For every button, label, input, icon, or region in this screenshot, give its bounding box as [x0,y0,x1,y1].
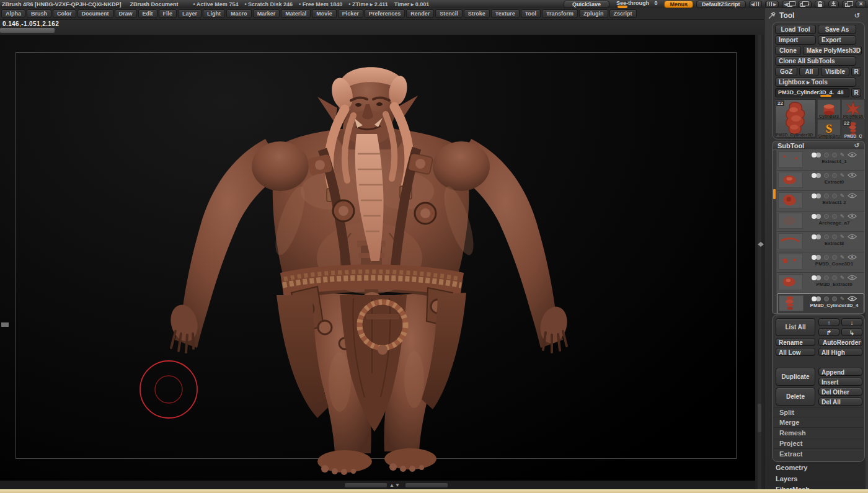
menu-item-picker[interactable]: Picker [338,9,363,18]
active-tool-thumbnail[interactable]: 22 PM3D_Cylinder3D_ [775,99,816,138]
subtool-row[interactable]: ✎ Extract8 [777,232,864,252]
subtool-scroll-indicator[interactable] [773,189,776,199]
autoreorder-button[interactable]: AutoReorder [818,338,862,346]
close-button[interactable]: ✕ [856,1,866,8]
menu-item-document[interactable]: Document [78,9,113,18]
visibility-eye-icon[interactable] [848,234,857,239]
paint-brush-icon[interactable]: ✎ [840,234,845,239]
visibility-eye-icon[interactable] [848,152,857,158]
uv-toggle-icon[interactable] [824,234,829,239]
lock-ui-button[interactable] [815,1,825,8]
texture-toggle-icon[interactable] [832,255,837,260]
menu-item-preferences[interactable]: Preferences [365,9,405,18]
uv-toggle-icon[interactable] [824,275,829,280]
move-up-button[interactable]: ↑ [818,318,839,326]
menu-item-file[interactable]: File [159,9,177,18]
uv-toggle-icon[interactable] [824,193,829,198]
visibility-eye-icon[interactable] [848,275,857,280]
move-out-button[interactable]: ↱ [818,328,839,336]
subtool-row-selected[interactable]: ✎ PM3D_Cylinder3D_4 [777,293,864,314]
delete-button[interactable]: Delete [776,388,815,406]
texture-toggle-icon[interactable] [832,214,837,219]
menu-item-macro[interactable]: Macro [226,9,252,18]
subtool-row[interactable]: ✎ Extract4_1 [777,150,864,171]
paint-brush-icon[interactable]: ✎ [840,173,845,178]
menu-item-texture[interactable]: Texture [491,9,520,18]
uv-toggle-icon[interactable] [824,173,829,178]
goz-button[interactable]: GoZ [775,67,797,76]
section-project[interactable]: Project [773,439,864,449]
previous-ui-button[interactable]: ◀ [782,1,795,8]
section-remesh[interactable]: Remesh [773,429,864,438]
menu-item-material[interactable]: Material [281,9,311,18]
section-geometry[interactable]: Geometry [776,464,807,471]
subtool-row[interactable]: ✎ Extract1 2 [777,191,864,211]
minimize-button[interactable] [828,1,839,8]
subtool-row[interactable]: ✎ Extract0 [777,171,864,191]
uv-toggle-icon[interactable] [824,153,829,158]
menu-item-brush[interactable]: Brush [27,9,51,18]
uv-toggle-icon[interactable] [824,214,829,219]
menu-item-color[interactable]: Color [53,9,76,18]
texture-toggle-icon[interactable] [832,275,837,280]
del-all-button[interactable]: Del All [818,398,862,406]
del-other-button[interactable]: Del Other [818,388,862,396]
menu-item-stroke[interactable]: Stroke [464,9,490,18]
import-button[interactable]: Import [775,35,816,45]
polypaint-toggle-icon[interactable] [812,296,817,301]
subtool-section-header[interactable]: SubTool ↺ [772,141,865,149]
menu-item-edit[interactable]: Edit [138,9,157,18]
visibility-eye-icon[interactable] [848,296,857,301]
polypaint-toggle-icon[interactable] [812,193,817,198]
section-layers[interactable]: Layers [776,475,797,482]
visible-button[interactable]: Visible [821,67,849,76]
uv-toggle-icon[interactable] [824,296,829,301]
visibility-eye-icon[interactable] [848,213,857,219]
subtool-row[interactable]: ✎ PM3D_Extract0 [777,273,864,293]
visibility-eye-icon[interactable] [848,193,857,198]
paint-brush-icon[interactable]: ✎ [840,193,845,198]
menu-item-zplugin[interactable]: Zplugin [579,9,608,18]
all-low-button[interactable]: All Low [776,348,815,356]
paint-brush-icon[interactable]: ✎ [840,255,845,260]
load-tool-button[interactable]: Load Tool [775,25,816,34]
document-canvas[interactable] [0,35,755,481]
texture-toggle-icon[interactable] [832,173,837,178]
texture-toggle-icon[interactable] [832,234,837,239]
divider-scroll-handle[interactable] [758,404,761,432]
section-split[interactable]: Split [773,407,864,417]
move-down-button[interactable]: ↓ [841,318,862,326]
paint-brush-icon[interactable]: ✎ [840,153,845,158]
menus-button[interactable]: Menus [664,1,693,8]
lightbox-tools-button[interactable]: Lightbox ▸ Tools [775,78,856,87]
paint-brush-icon[interactable]: ✎ [840,214,845,219]
canvas-panel-divider[interactable] [755,35,764,489]
polypaint-toggle-icon[interactable] [812,214,817,219]
texture-toggle-icon[interactable] [832,296,837,301]
paint-brush-icon[interactable]: ✎ [840,275,845,280]
menu-item-draw[interactable]: Draw [115,9,137,18]
paint-brush-icon[interactable]: ✎ [840,296,845,301]
menu-item-zscript[interactable]: Zscript [609,9,637,18]
scrollbar-collapse-handle[interactable]: ▲ ▼ [389,482,400,488]
scrollbar-segment[interactable] [345,483,387,487]
polypaint-toggle-icon[interactable] [812,234,817,239]
texture-toggle-icon[interactable] [832,193,837,198]
tool-slot-polymesh[interactable]: PolyMesh [841,99,865,118]
tool-palette-header[interactable]: Tool ↺ [768,11,865,20]
active-tool-slider[interactable]: PM3D_Cylinder3D_4. 48 [775,88,849,97]
menu-item-alpha[interactable]: Alpha [1,9,25,18]
menu-item-layer[interactable]: Layer [178,9,202,18]
section-merge[interactable]: Merge [773,418,864,428]
bottom-tray-bar[interactable] [0,489,868,493]
uv-toggle-icon[interactable] [824,255,829,260]
menu-item-render[interactable]: Render [406,9,434,18]
restore-window-button[interactable] [842,1,852,8]
menu-item-stencil[interactable]: Stencil [435,9,463,18]
scrollbar-segment[interactable] [405,483,448,487]
subtool-row[interactable]: ✎ PM3D_Cone3D1 [777,252,864,273]
make-polymesh3d-button[interactable]: Make PolyMesh3D [803,46,862,55]
append-button[interactable]: Append [818,368,862,376]
canvas-horizontal-scrollbar[interactable]: ▲ ▼ [0,481,755,489]
rename-button[interactable]: Rename [776,338,815,346]
